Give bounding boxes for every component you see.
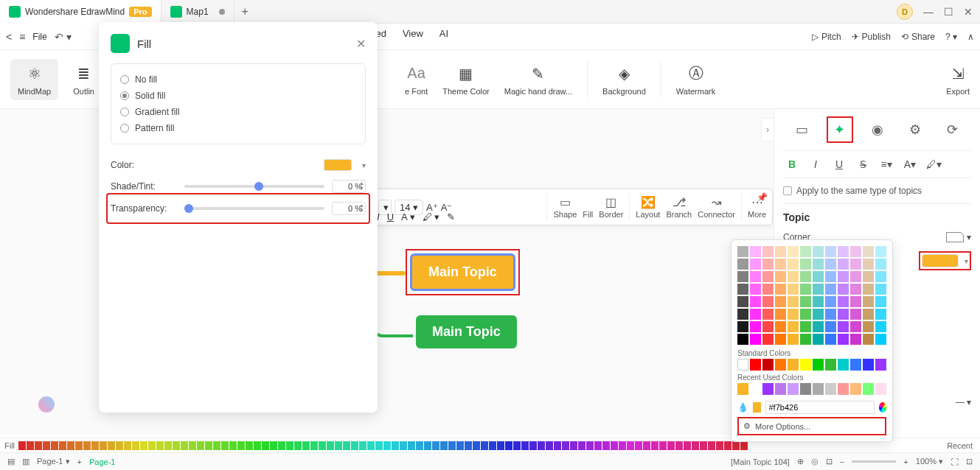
fill-popup: Fill ✕ No fill Solid fill Gradient fill … bbox=[99, 22, 378, 413]
status-icon-2[interactable]: ◎ bbox=[811, 457, 819, 466]
color-strip-swatches[interactable] bbox=[18, 441, 748, 450]
font-color-icon[interactable]: A ▾ bbox=[401, 211, 415, 222]
dashes-select[interactable]: — ▾ bbox=[956, 397, 971, 407]
color-dropdown-icon[interactable]: ▾ bbox=[362, 161, 366, 169]
highlight-icon-2[interactable]: 🖊▾ bbox=[925, 158, 942, 170]
file-logo-icon bbox=[170, 6, 182, 18]
transparency-slider[interactable] bbox=[184, 207, 324, 210]
fill-button[interactable]: Fill bbox=[583, 195, 593, 219]
theme-color-button[interactable]: ▦Theme Color bbox=[442, 63, 490, 96]
main-topic-2[interactable]: Main Topic bbox=[416, 315, 517, 348]
hex-input[interactable] bbox=[765, 401, 875, 414]
rp-tab-tag-icon[interactable]: ◉ bbox=[864, 116, 891, 143]
file-menu[interactable]: File bbox=[32, 32, 46, 42]
menu-ai[interactable]: AI bbox=[439, 28, 448, 45]
page-tab-1[interactable]: Page-1 bbox=[89, 457, 115, 466]
fill-popup-close-icon[interactable]: ✕ bbox=[356, 37, 366, 51]
shade-slider[interactable] bbox=[184, 185, 324, 188]
zoom-value[interactable]: 100% ▾ bbox=[916, 457, 943, 466]
corner-select[interactable]: ▾ bbox=[946, 232, 971, 242]
user-avatar[interactable]: D bbox=[897, 4, 913, 20]
border-button[interactable]: ◫Border bbox=[599, 195, 623, 219]
fill-type-group: No fill Solid fill Gradient fill Pattern… bbox=[111, 63, 366, 144]
background-button[interactable]: ◈Background bbox=[602, 63, 646, 96]
status-icon-3[interactable]: ⊡ bbox=[826, 457, 833, 466]
export-button[interactable]: ⇲Export bbox=[946, 63, 970, 96]
selection-info: [Main Topic 104] bbox=[731, 457, 790, 466]
shade-value-input[interactable]: 0 %▲▼ bbox=[332, 180, 366, 193]
minimize-button[interactable]: — bbox=[923, 6, 934, 18]
apply-same-type-checkbox[interactable]: Apply to the same type of topics bbox=[783, 178, 971, 204]
transparency-value-input[interactable]: 0 %▲▼ bbox=[332, 202, 366, 215]
italic-icon-2[interactable]: I bbox=[807, 158, 824, 170]
fill-color-button[interactable] bbox=[922, 254, 959, 267]
transparency-row: Transparency: 0 %▲▼ bbox=[111, 197, 366, 220]
magic-hand-button[interactable]: ✎Magic hand draw... bbox=[504, 63, 572, 96]
connector-button[interactable]: ↝Connector bbox=[698, 195, 735, 219]
menu-view[interactable]: View bbox=[403, 28, 423, 45]
zoom-in-icon[interactable]: + bbox=[903, 457, 908, 466]
status-icon-1[interactable]: ⊕ bbox=[797, 457, 804, 466]
theme-color-grid[interactable] bbox=[737, 246, 886, 345]
watermark-button[interactable]: ⒶWatermark bbox=[676, 63, 715, 96]
fill-color-dropdown-icon[interactable]: ▾ bbox=[965, 257, 968, 265]
rp-tab-history-icon[interactable]: ⟳ bbox=[939, 116, 966, 143]
branch-button[interactable]: ⎇Branch bbox=[666, 195, 692, 219]
outline-button[interactable]: ≣Outlin bbox=[73, 63, 94, 96]
add-tab-button[interactable]: + bbox=[234, 5, 256, 18]
publish-button[interactable]: ✈ Publish bbox=[852, 32, 891, 42]
underline-icon-2[interactable]: U bbox=[830, 158, 848, 170]
layout-mode-icon[interactable]: ▥ bbox=[22, 457, 29, 466]
zoom-out-icon[interactable]: − bbox=[840, 457, 844, 466]
underline-icon[interactable]: U bbox=[387, 211, 394, 222]
radio-pattern-fill[interactable]: Pattern fill bbox=[120, 120, 356, 136]
back-icon[interactable]: < bbox=[6, 31, 12, 43]
app-tab: Wondershare EdrawMind Pro bbox=[0, 0, 161, 24]
more-options-button[interactable]: ⚙ More Options... bbox=[737, 417, 886, 435]
share-button[interactable]: ⟲ Share bbox=[901, 32, 935, 42]
main-topic-1[interactable]: Main Topic bbox=[410, 253, 515, 291]
color-swatch-button[interactable] bbox=[324, 159, 352, 171]
close-button[interactable]: ✕ bbox=[964, 6, 973, 18]
fit-icon[interactable]: ⊡ bbox=[966, 457, 973, 466]
page-select[interactable]: Page-1 ▾ bbox=[37, 457, 70, 466]
app-logo-icon bbox=[9, 6, 21, 18]
standard-color-row[interactable] bbox=[737, 359, 886, 371]
bold-icon[interactable]: B bbox=[783, 158, 801, 170]
help-icon[interactable]: ? ▾ bbox=[945, 32, 957, 42]
undo-icon[interactable]: ↶ ▾ bbox=[55, 31, 72, 43]
pitch-button[interactable]: ▷ Pitch bbox=[812, 32, 841, 42]
rp-tab-style-icon[interactable]: ✦ bbox=[827, 116, 853, 143]
align-icon[interactable]: ≡▾ bbox=[878, 158, 895, 170]
strike-icon[interactable]: S̶ bbox=[854, 158, 872, 170]
rp-tab-settings-icon[interactable]: ⚙ bbox=[902, 116, 928, 143]
radio-solid-fill[interactable]: Solid fill bbox=[120, 88, 356, 104]
view-mode-icon[interactable]: ▤ bbox=[7, 457, 15, 466]
pin-icon[interactable]: 📌 bbox=[757, 192, 768, 203]
fullscreen-icon[interactable]: ⛶ bbox=[951, 457, 959, 466]
font-color-icon-2[interactable]: A▾ bbox=[901, 158, 919, 170]
eyedropper-icon[interactable]: 💧 bbox=[737, 402, 748, 413]
collapse-panel-button[interactable]: › bbox=[761, 118, 774, 141]
topic-section-title: Topic bbox=[783, 204, 971, 228]
add-page-button[interactable]: + bbox=[77, 457, 82, 466]
radio-no-fill[interactable]: No fill bbox=[120, 71, 356, 88]
color-row: Color: ▾ bbox=[111, 155, 366, 175]
mindmap-button[interactable]: ⚛MindMap bbox=[10, 59, 58, 100]
file-tab-label: Map1 bbox=[187, 7, 209, 17]
overflow-icon[interactable]: ∧ bbox=[967, 32, 974, 42]
maximize-button[interactable]: ☐ bbox=[944, 6, 953, 18]
theme-font-button[interactable]: Aae Font bbox=[405, 63, 428, 96]
radio-gradient-fill[interactable]: Gradient fill bbox=[120, 104, 356, 120]
color-wheel-icon[interactable] bbox=[879, 402, 887, 413]
highlight-icon[interactable]: 🖊 ▾ bbox=[423, 211, 440, 222]
recent-color-row[interactable] bbox=[737, 383, 886, 395]
shape-button[interactable]: ▭Shape bbox=[553, 195, 577, 219]
menu-icon[interactable]: ≡ bbox=[19, 31, 25, 43]
rp-tab-shape-icon[interactable]: ▭ bbox=[789, 116, 816, 143]
color-picker-popover: Standard Colors Recent Used Colors 💧 ⚙ M… bbox=[731, 239, 893, 442]
layout-button[interactable]: 🔀Layout bbox=[636, 195, 660, 219]
clear-format-icon[interactable]: ✎ bbox=[447, 211, 455, 222]
zoom-slider[interactable] bbox=[852, 460, 896, 463]
file-tab[interactable]: Map1 bbox=[161, 0, 234, 24]
